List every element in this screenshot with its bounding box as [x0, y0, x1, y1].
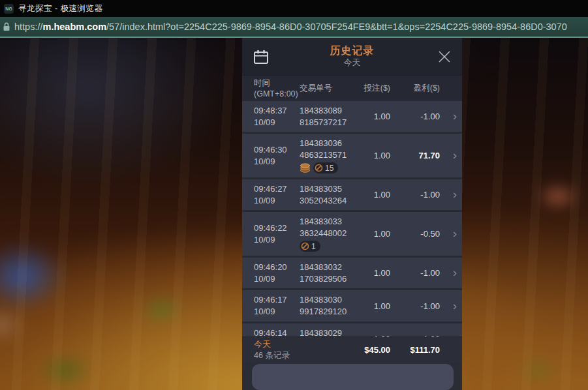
lock-icon	[3, 22, 10, 31]
round-count-badge: 1	[300, 241, 320, 252]
table-column-headers: 时间 (GMT+8:00) 交易单号 投注($) 盈利($)	[242, 75, 462, 101]
row-time: 09:46:14 10/09	[254, 327, 300, 337]
table-row[interactable]: 09:46:17 10/09 184383030 9917829120 1.00…	[242, 290, 462, 321]
chevron-right-icon: ›	[440, 299, 457, 313]
browser-urlbar[interactable]: https://m.heabm.com/57/index.html?ot=225…	[0, 17, 588, 38]
row-order-number: 184383033 3632448002 1	[300, 216, 356, 252]
table-row[interactable]: 09:46:14 10/09 184383029 8198941184 1.00…	[242, 323, 462, 337]
modal-header: 历史记录 今天	[242, 38, 462, 75]
bet-value: 1.00	[356, 151, 390, 160]
profit-value: -1.00	[390, 301, 440, 311]
profit-value: -1.00	[390, 190, 440, 200]
load-more-button[interactable]	[252, 364, 454, 390]
site-favicon-icon: NG	[4, 4, 14, 14]
profit-value: -1.00	[390, 268, 440, 278]
close-icon[interactable]	[432, 50, 452, 64]
row-order-number: 184383036 4863213571	[300, 138, 356, 173]
chevron-right-icon: ›	[440, 227, 457, 241]
summary-profit-total: $111.70	[390, 345, 440, 355]
column-bet: 投注($)	[356, 83, 390, 94]
chevron-right-icon: ›	[440, 188, 457, 202]
summary-footer: 今天 46 条记录 $45.00 $111.70	[242, 337, 462, 363]
row-order-number: 184383030 9917829120	[300, 294, 356, 317]
row-time: 09:46:22 10/09	[254, 222, 300, 245]
bet-value: 1.00	[356, 268, 390, 278]
chevron-right-icon: ›	[440, 266, 457, 280]
column-order: 交易单号	[300, 83, 356, 94]
summary-bet-total: $45.00	[356, 345, 390, 355]
profit-value: -0.50	[390, 229, 440, 239]
table-row[interactable]: 09:46:20 10/09 184383032 1703829506 1.00…	[242, 258, 462, 288]
window-title: 寻龙探宝 - 极速浏览器	[18, 3, 103, 14]
summary-record-count: 46 条记录	[254, 350, 356, 361]
row-time: 09:48:37 10/09	[254, 105, 300, 128]
badge-count: 1	[311, 241, 316, 252]
table-row[interactable]: 09:46:22 10/09 184383033 3632448002 1	[242, 212, 462, 256]
coin-slash-icon	[315, 164, 323, 172]
browser-titlebar: NG 寻龙探宝 - 极速浏览器	[0, 0, 588, 17]
bet-value: 1.00	[356, 112, 390, 121]
row-time: 09:46:20 10/09	[254, 262, 300, 284]
table-row[interactable]: 09:46:30 10/09 184383036 4863213571	[242, 134, 462, 177]
modal-bottom-area	[242, 363, 462, 390]
bet-value: 1.00	[356, 229, 390, 239]
modal-title-block: 历史记录 今天	[272, 44, 432, 68]
table-row[interactable]: 09:46:27 10/09 184383035 3052043264 1.00…	[242, 179, 462, 210]
summary-label-block: 今天 46 条记录	[254, 339, 356, 361]
history-list: 09:48:37 10/09 184383089 8185737217 1.00…	[242, 101, 462, 337]
history-modal: 历史记录 今天 时间 (GMT+8:00) 交易单号 投注($) 盈利($) 0…	[242, 38, 462, 390]
column-profit: 盈利($)	[390, 83, 440, 94]
profit-value: 71.70	[390, 151, 440, 160]
row-order-number: 184383035 3052043264	[300, 183, 356, 206]
row-time: 09:46:30 10/09	[254, 144, 300, 167]
table-row[interactable]: 09:48:37 10/09 184383089 8185737217 1.00…	[242, 101, 462, 132]
row-time: 09:46:17 10/09	[254, 294, 300, 317]
bet-value: 1.00	[356, 301, 390, 311]
chevron-right-icon: ›	[440, 332, 457, 337]
row-badges: 1	[300, 241, 356, 252]
column-time: 时间 (GMT+8:00)	[254, 78, 300, 100]
row-order-number: 184383029 8198941184	[300, 327, 356, 337]
round-count-badge: 15	[313, 162, 338, 173]
coin-slash-icon	[301, 242, 309, 250]
bet-value: 1.00	[356, 190, 390, 200]
url-text[interactable]: https://m.heabm.com/57/index.html?ot=225…	[14, 22, 567, 32]
modal-title: 历史记录	[272, 44, 432, 57]
profit-value: -1.00	[390, 112, 440, 121]
chevron-right-icon: ›	[440, 149, 457, 162]
row-time: 09:46:27 10/09	[254, 183, 300, 206]
badge-count: 15	[325, 163, 333, 173]
coins-icon	[300, 163, 311, 173]
modal-subtitle: 今天	[272, 57, 432, 68]
chevron-right-icon: ›	[440, 110, 457, 123]
row-order-number: 184383032 1703829506	[300, 262, 356, 284]
calendar-icon[interactable]	[253, 48, 272, 65]
row-order-number: 184383089 8185737217	[300, 105, 356, 128]
row-badges: 15	[300, 162, 356, 173]
summary-day-label: 今天	[254, 339, 356, 350]
